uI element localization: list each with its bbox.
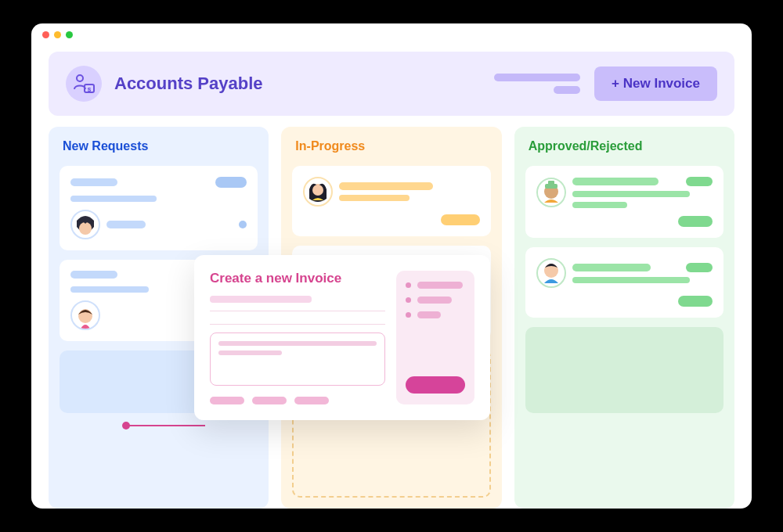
avatar-icon [536, 258, 566, 288]
modal-title: Create a new Invoice [210, 271, 385, 286]
tag-chip[interactable] [210, 397, 244, 404]
window-close-icon[interactable] [42, 31, 49, 38]
bullet-icon [406, 282, 411, 288]
modal-sidebar [396, 271, 474, 404]
app-window: $ Accounts Payable + New Invoice New Req… [31, 23, 752, 509]
bullet-icon [406, 312, 411, 318]
request-card[interactable] [60, 166, 258, 250]
sidebar-option[interactable] [406, 297, 465, 304]
new-invoice-button[interactable]: + New Invoice [594, 66, 717, 101]
window-minimize-icon[interactable] [54, 31, 61, 38]
tag-chip[interactable] [252, 397, 287, 404]
request-card[interactable] [525, 166, 723, 238]
sidebar-option[interactable] [406, 282, 465, 289]
accounts-payable-icon: $ [66, 66, 102, 102]
divider [210, 311, 385, 311]
create-invoice-modal: Create a new Invoice [194, 255, 490, 420]
page-title: Accounts Payable [114, 74, 263, 94]
status-dot-icon [239, 221, 247, 228]
divider [210, 324, 385, 325]
svg-point-0 [77, 75, 83, 81]
bullet-icon [406, 297, 411, 303]
sidebar-option[interactable] [406, 311, 465, 318]
column-approved-rejected: Approved/Rejected [514, 127, 734, 509]
column-title: Approved/Rejected [525, 138, 723, 156]
tag-chip[interactable] [294, 397, 329, 404]
modal-tag-row [210, 397, 385, 404]
window-titlebar [31, 23, 752, 45]
avatar-icon [303, 177, 333, 207]
avatar-icon [70, 300, 100, 330]
column-title: In-Progress [292, 138, 490, 156]
invoice-description-input[interactable] [210, 332, 385, 386]
svg-point-6 [312, 185, 323, 196]
window-maximize-icon[interactable] [66, 31, 73, 38]
empty-card-placeholder [525, 327, 723, 413]
column-title: New Requests [60, 138, 258, 156]
submit-invoice-button[interactable] [406, 376, 465, 394]
modal-field-placeholder [210, 296, 312, 303]
page-header: $ Accounts Payable + New Invoice [49, 52, 734, 116]
avatar-icon [70, 210, 100, 239]
request-card[interactable] [525, 247, 723, 318]
request-card[interactable] [292, 166, 490, 236]
avatar-icon [536, 178, 566, 207]
header-placeholder [494, 74, 580, 94]
svg-point-3 [79, 222, 92, 235]
svg-rect-9 [548, 181, 554, 185]
svg-text:$: $ [88, 86, 92, 93]
connector-line-icon [127, 425, 205, 426]
